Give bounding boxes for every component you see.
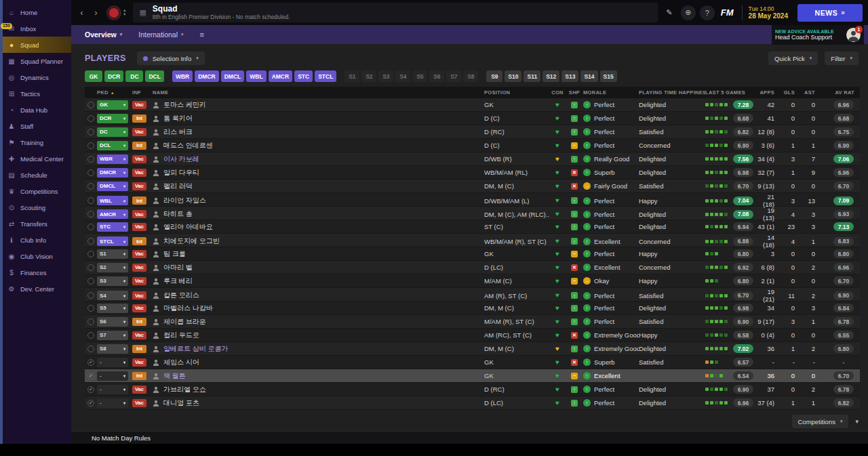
table-row[interactable]: STC▾ Vac 엘리야 아데바요 ST (C) ♥ ↑ ↑Perfect De…: [85, 220, 860, 234]
record-stepper-icons[interactable]: ▲▼: [123, 9, 126, 16]
world-icon[interactable]: ⊕: [681, 5, 696, 20]
sidebar-item-inbox[interactable]: ✉ Inbox 150: [3, 20, 71, 37]
sidebar-item-dev-center[interactable]: ⚙ Dev. Center: [3, 281, 71, 297]
table-row[interactable]: DMCL▾ Vac 펠리 러덕 DM, M (C) ♥ ✕ →Fairly Go…: [85, 180, 860, 193]
player-name[interactable]: 루크 베리: [163, 276, 193, 286]
table-row[interactable]: S1▾ Vac 팀 크룰 GK ♥ − ↑Perfect Happy 6.80 …: [85, 247, 860, 261]
position-filter-s11[interactable]: S11: [524, 70, 540, 82]
col-ast[interactable]: AST: [802, 89, 822, 96]
pkd-badge[interactable]: S6▾: [97, 317, 128, 327]
position-filter-s8[interactable]: S8: [463, 70, 478, 82]
sidebar-item-transfers[interactable]: ⇄ Transfers: [3, 215, 71, 232]
sidebar-item-schedule[interactable]: ▤ Schedule: [3, 167, 71, 183]
table-row[interactable]: ✓ -▾ Vac 대니얼 포츠 D (LC) ♥ ↑ ↑Perfect Deli…: [85, 396, 860, 410]
player-name[interactable]: 토마스 케민키: [163, 100, 206, 110]
pkd-badge[interactable]: WBR▾: [97, 154, 128, 164]
position-filter-s1[interactable]: S1: [344, 70, 359, 82]
player-name[interactable]: 제임스 시어: [163, 358, 199, 367]
sidebar-item-scouting[interactable]: ⊙ Scouting: [3, 199, 71, 215]
pkd-badge[interactable]: STC▾: [97, 222, 128, 232]
row-select-circle[interactable]: [87, 251, 94, 257]
help-icon[interactable]: ?: [700, 5, 715, 20]
player-name[interactable]: 아마리 벨: [163, 263, 193, 272]
pkd-badge[interactable]: -▾: [97, 371, 128, 381]
pkd-badge[interactable]: GK▾: [97, 100, 128, 110]
player-name[interactable]: 컬리 우드로: [163, 331, 199, 340]
row-select-circle[interactable]: [87, 142, 94, 149]
position-filter-s13[interactable]: S13: [561, 70, 578, 82]
row-select-circle[interactable]: [87, 318, 94, 325]
player-name[interactable]: 팀 크룰: [163, 249, 186, 259]
position-filter-wbr[interactable]: WBR: [172, 70, 193, 82]
position-filter-dcr[interactable]: DCR: [104, 70, 123, 82]
player-name[interactable]: 이사 카보레: [163, 154, 199, 164]
player-name[interactable]: 잭 월튼: [163, 371, 186, 381]
row-select-circle[interactable]: [87, 224, 94, 230]
screen-title-box[interactable]: ▦ Squad 8th in English Premier Division …: [133, 3, 657, 22]
player-name[interactable]: 라이언 자일스: [163, 196, 206, 205]
competitions-dropdown[interactable]: Competitions▾: [792, 415, 849, 428]
row-select-circle[interactable]: [87, 346, 94, 352]
table-row[interactable]: WBR▾ Vac 이사 카보레 D/WB (R) ♥ ↑ ↑Really Goo…: [85, 152, 860, 166]
sidebar-item-tactics[interactable]: ⊞ Tactics: [3, 85, 71, 102]
pkd-badge[interactable]: DCL▾: [97, 141, 128, 150]
record-button[interactable]: [108, 7, 120, 19]
sidebar-item-squad[interactable]: ● Squad: [3, 37, 71, 53]
table-row[interactable]: S8▾ Int 알베르트 삼비 로콩가 DM, M (C) ♥ ↑ ↑Extre…: [85, 342, 860, 356]
row-select-circle[interactable]: [87, 197, 94, 204]
col-pkd[interactable]: PKD▲: [97, 89, 132, 96]
table-row[interactable]: S4▾ Vac 칼튼 모리스 AM (R), ST (C) ♥ ↑ ↑Perfe…: [85, 288, 860, 302]
player-name[interactable]: 가브리엘 오쇼: [163, 385, 206, 394]
table-row[interactable]: DC▾ Vac 리스 버크 D (RC) ♥ ↑ ↑Perfect Satisf…: [85, 125, 860, 139]
pkd-badge[interactable]: DC▾: [97, 127, 128, 137]
position-filter-dmcl[interactable]: DMCL: [221, 70, 245, 82]
position-filter-s4[interactable]: S4: [395, 70, 410, 82]
row-select-circle[interactable]: [87, 264, 94, 271]
quick-pick-button[interactable]: Quick Pick▾: [768, 51, 818, 65]
position-filter-s9[interactable]: S9: [486, 70, 502, 82]
forward-button[interactable]: ›: [91, 5, 101, 20]
pkd-badge[interactable]: -▾: [97, 358, 128, 367]
col-con[interactable]: CON: [549, 89, 566, 96]
table-row[interactable]: GK▾ Vac 토마스 케민키 GK ♥ ↑ ↑Perfect Delighte…: [85, 98, 860, 112]
sidebar-item-squad-planner[interactable]: ▦ Squad Planner: [3, 53, 71, 69]
player-name[interactable]: 칼튼 모리스: [163, 291, 199, 300]
col-last5[interactable]: LAST 5 GAMES: [705, 89, 757, 96]
sidebar-item-training[interactable]: ⚑ Training: [3, 134, 71, 150]
table-row[interactable]: DMCR▾ Vac 알피 다우티 WB/M/AM (RL) ♥ ✕ ↑Super…: [85, 166, 860, 180]
sidebar-item-data-hub[interactable]: ◔ Data Hub: [3, 102, 71, 118]
sidebar-item-finances[interactable]: $ Finances: [3, 264, 71, 281]
player-name[interactable]: 톰 록키어: [163, 114, 193, 123]
pkd-badge[interactable]: S5▾: [97, 304, 128, 313]
table-row[interactable]: S2▾ Vac 아마리 벨 D (LC) ♥ ✕ ↑Excellent Conc…: [85, 261, 860, 274]
filter-button[interactable]: Filter▾: [825, 51, 859, 65]
table-row[interactable]: S3▾ Vac 루크 베리 M/AM (C) ♥ − →Okay Happy 6…: [85, 274, 860, 288]
player-name[interactable]: 제이콥 브라운: [163, 317, 206, 327]
row-select-circle[interactable]: [87, 115, 94, 122]
pkd-badge[interactable]: S8▾: [97, 344, 128, 354]
row-select-circle[interactable]: [87, 129, 94, 136]
pkd-badge[interactable]: S3▾: [97, 276, 128, 286]
col-inf[interactable]: INF: [132, 89, 153, 96]
position-filter-s10[interactable]: S10: [505, 70, 521, 82]
col-avrat[interactable]: AV RAT: [822, 89, 860, 96]
selection-info-dropdown[interactable]: Selection Info ▾: [137, 51, 205, 65]
row-select-circle[interactable]: [87, 169, 94, 176]
table-row[interactable]: WBL▾ Int 라이언 자일스 D/WB/M/AM (L) ♥ ↑ ↑Perf…: [85, 193, 860, 207]
position-filter-s12[interactable]: S12: [542, 70, 559, 82]
player-name[interactable]: 매드스 안데르센: [163, 141, 213, 150]
col-morale[interactable]: MORALE: [583, 89, 639, 96]
row-select-circle[interactable]: [87, 292, 94, 299]
position-filter-wbl[interactable]: WBL: [246, 70, 266, 82]
position-filter-s3[interactable]: S3: [378, 70, 393, 82]
position-filter-stc[interactable]: STC: [294, 70, 313, 82]
table-row[interactable]: AMCR▾ Vac 타히트 총 DM, M (C), AM (RLC)... ♥…: [85, 207, 860, 220]
row-select-circle[interactable]: ✓: [87, 400, 94, 407]
row-select-circle[interactable]: [87, 211, 94, 217]
player-name[interactable]: 마벨러스 나캄바: [163, 304, 213, 313]
position-filter-s2[interactable]: S2: [361, 70, 376, 82]
pkd-badge[interactable]: WBL▾: [97, 196, 128, 205]
sidebar-item-club-vision[interactable]: ◉ Club Vision: [3, 248, 71, 264]
player-name[interactable]: 알베르트 삼비 로콩가: [163, 344, 229, 354]
table-row[interactable]: STCL▾ Int 치에도지에 오그빈 WB/M/AM (R), ST (C) …: [85, 234, 860, 247]
